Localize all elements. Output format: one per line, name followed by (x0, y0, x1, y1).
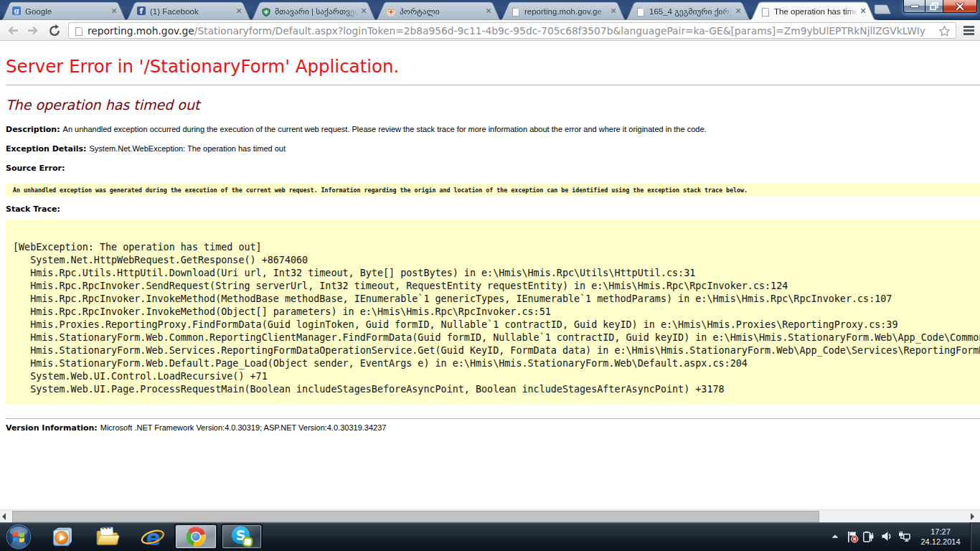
restore-button[interactable] (925, 0, 943, 12)
power-plug-icon[interactable] (862, 531, 875, 543)
stack-trace-text: [WebException: The operation has timed o… (6, 220, 980, 405)
minimize-icon (910, 4, 919, 8)
google-favicon: g (12, 6, 21, 15)
scroll-right-icon[interactable] (971, 513, 974, 520)
exception-label: Exception Details: (6, 144, 86, 154)
tab-title: Google (25, 6, 108, 17)
page-favicon (512, 8, 519, 17)
tab-close-icon[interactable]: ✕ (234, 6, 244, 17)
show-hidden-icons-icon[interactable] (831, 534, 839, 539)
new-tab-button (875, 5, 890, 14)
minimize-button[interactable] (904, 0, 925, 12)
windows-explorer-icon[interactable] (95, 526, 121, 547)
horizontal-scrollbar[interactable] (0, 509, 980, 522)
error-page: Server Error in '/StationaryForm' Applic… (0, 41, 980, 509)
browser-toolbar: reporting.moh.gov.ge/Stationaryform/Defa… (0, 20, 980, 41)
tab-error[interactable]: The operation has timed out ✕ (751, 2, 875, 20)
clock-date: 24.12.2014 (915, 537, 966, 547)
page-icon (75, 27, 83, 36)
tab-close-icon[interactable]: ✕ (608, 6, 618, 17)
tab-moh-home[interactable]: მთავარი | საქართველოს ✕ (252, 2, 375, 20)
tab-title: reporting.moh.gov.ge (524, 6, 608, 17)
tab-title: 165_4 გეგმიური ქირურგია (649, 6, 732, 17)
start-button[interactable] (5, 523, 32, 550)
source-error-text: An unhandled exception was generated dur… (13, 187, 748, 194)
page-subtitle: The operation has timed out (6, 97, 199, 113)
tab-close-icon[interactable]: ✕ (109, 6, 119, 17)
tab-facebook[interactable]: f (1) Facebook ✕ (127, 2, 250, 20)
version-row: Version Information:Microsoft .NET Frame… (6, 423, 386, 433)
skype-button[interactable]: S (221, 524, 263, 550)
divider (6, 418, 980, 419)
internet-explorer-icon[interactable]: e (141, 526, 165, 549)
google-chrome-button[interactable] (174, 524, 217, 550)
description-label: Description: (6, 125, 60, 134)
tab-title: პორტალი (400, 6, 483, 17)
volume-icon[interactable] (881, 531, 892, 542)
exception-row: Exception Details:System.Net.WebExceptio… (6, 144, 286, 154)
tab-title: მთავარი | საქართველოს (275, 6, 358, 17)
show-desktop-button[interactable] (970, 522, 980, 551)
green-shield-favicon (262, 6, 270, 15)
address-bar[interactable]: reporting.moh.gov.ge/Stationaryform/Defa… (68, 22, 956, 39)
svg-text:e: e (146, 526, 161, 549)
tab-close-icon[interactable]: ✕ (359, 6, 369, 17)
tab-google[interactable]: g Google ✕ (2, 2, 126, 20)
window-titlebar: g Google ✕ f (1) Facebook ✕ მთავარი | სა… (0, 0, 980, 20)
tab-165-4[interactable]: 165_4 გეგმიური ქირურგია ✕ (626, 2, 750, 20)
facebook-favicon: f (137, 6, 146, 15)
source-error-box: An unhandled exception was generated dur… (6, 184, 980, 196)
page-favicon (762, 8, 769, 17)
windows-media-player-icon[interactable] (52, 526, 73, 547)
reload-icon[interactable] (48, 24, 61, 37)
tab-reporting[interactable]: reporting.moh.gov.ge ✕ (501, 2, 625, 20)
version-text: Microsoft .NET Framework Version:4.0.303… (100, 423, 387, 432)
close-icon (956, 2, 965, 10)
stack-trace-row: Stack Trace: (6, 204, 63, 214)
url-text[interactable]: reporting.moh.gov.ge/Stationaryform/Defa… (88, 24, 933, 38)
clock-time: 17:27 (915, 527, 966, 537)
forward-icon[interactable] (26, 24, 40, 37)
stack-trace-label: Stack Trace: (6, 204, 60, 214)
description-text: An unhandled exception occurred during t… (63, 125, 707, 133)
tab-portal[interactable]: პორტალი ✕ (377, 2, 500, 20)
network-icon[interactable] (897, 531, 910, 542)
skype-icon: S (230, 524, 254, 549)
close-button[interactable] (943, 0, 976, 12)
version-label: Version Information: (6, 423, 98, 433)
stack-trace-box: [WebException: The operation has timed o… (6, 220, 980, 405)
taskbar: e S (0, 522, 980, 551)
menu-icon[interactable] (963, 26, 974, 35)
divider (6, 85, 980, 85)
back-icon[interactable] (6, 24, 20, 37)
restore-icon (930, 2, 939, 11)
source-error-row: Source Error: (6, 164, 67, 173)
page-title: Server Error in '/StationaryForm' Applic… (6, 56, 399, 77)
action-center-flag-icon[interactable] (847, 531, 859, 543)
georgia-emblem-favicon (387, 6, 395, 15)
bookmark-star-icon[interactable] (938, 25, 951, 37)
source-error-label: Source Error: (6, 164, 65, 173)
google-chrome-icon (184, 524, 208, 549)
scroll-left-icon[interactable] (2, 513, 6, 520)
tab-close-icon[interactable]: ✕ (484, 6, 494, 17)
exception-text: System.Net.WebException: The operation h… (89, 144, 286, 153)
tab-close-icon[interactable]: ✕ (733, 6, 743, 17)
description-row: Description:An unhandled exception occur… (6, 125, 707, 134)
scrollbar-thumb[interactable] (12, 511, 819, 522)
tab-close-icon[interactable]: ✕ (858, 6, 868, 17)
tab-title: The operation has timed out (774, 6, 857, 17)
page-favicon (637, 8, 644, 17)
tab-title: (1) Facebook (150, 6, 233, 17)
window-controls (903, 0, 977, 13)
taskbar-clock[interactable]: 17:27 24.12.2014 (915, 527, 966, 547)
